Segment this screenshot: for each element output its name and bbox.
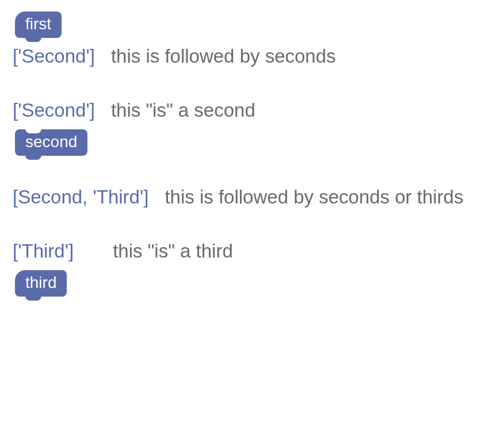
block-second[interactable]: second bbox=[15, 129, 87, 156]
block-wrapper: second bbox=[15, 129, 87, 156]
tag-list: ['Third'] bbox=[13, 239, 74, 264]
tag-list: ['Second'] bbox=[13, 98, 95, 124]
block-wrapper: third bbox=[15, 270, 67, 297]
tag-list: ['Second'] bbox=[13, 44, 95, 70]
tag-list: [Second, 'Third'] bbox=[13, 185, 148, 210]
entry-row: ['Second'] this is followed by seconds bbox=[13, 44, 492, 70]
block-first[interactable]: first bbox=[15, 11, 62, 38]
description-text: this "is" a third bbox=[113, 239, 492, 264]
entry-row: ['Second'] this "is" a second bbox=[13, 98, 492, 124]
entry-row: ['Third'] this "is" a third bbox=[13, 239, 492, 264]
doc-entry: ['Third'] this "is" a third third bbox=[13, 239, 492, 296]
block-wrapper: first bbox=[15, 11, 62, 38]
doc-entry: first ['Second'] this is followed by sec… bbox=[13, 11, 492, 69]
description-text: this is followed by seconds bbox=[111, 44, 492, 70]
description-text: this "is" a second bbox=[111, 98, 492, 124]
entry-row: [Second, 'Third'] this is followed by se… bbox=[13, 185, 492, 210]
doc-entry: ['Second'] this "is" a second second bbox=[13, 98, 492, 155]
doc-entry: [Second, 'Third'] this is followed by se… bbox=[13, 185, 492, 210]
block-third[interactable]: third bbox=[15, 270, 67, 297]
description-text: this is followed by seconds or thirds bbox=[165, 185, 492, 210]
